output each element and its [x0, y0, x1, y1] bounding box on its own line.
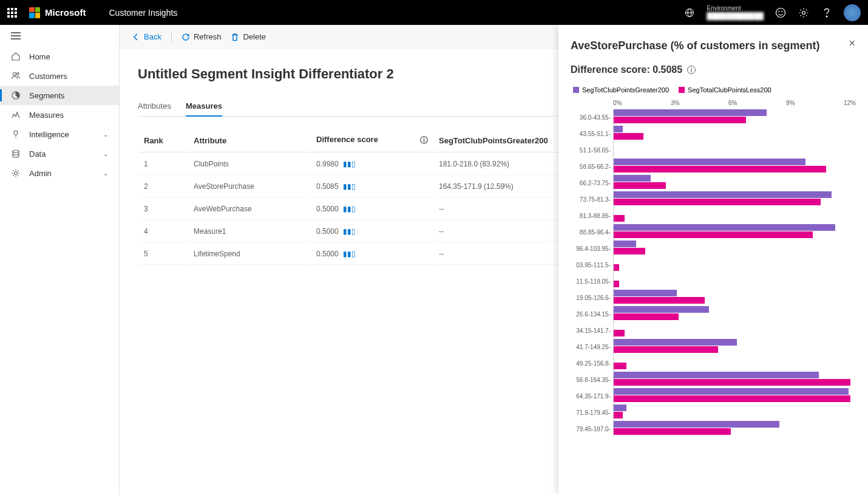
sidebar: HomeCustomersSegmentsMeasuresIntelligenc… [0, 25, 120, 495]
nav-label: Home [29, 52, 50, 61]
main-region: Back Refresh Delete Untitled Segment Ins… [120, 25, 868, 495]
delete-button[interactable]: Delete [231, 32, 266, 41]
category-label: 26.6-134.15- [571, 310, 611, 317]
category-label: 11.5-119.05- [571, 278, 611, 284]
bar-series-b[interactable] [614, 117, 746, 123]
chart-category-row: 79.45-187.0- [614, 420, 856, 437]
chart-category-row: 41.7-149.25- [614, 338, 856, 355]
environment-icon[interactable] [683, 7, 696, 19]
legend-series-a[interactable]: SegTotClubPointsGreater200 [573, 86, 669, 94]
separator [171, 31, 172, 43]
sidebar-item-admin[interactable]: Admin⌄ [0, 163, 119, 183]
category-label: 73.75-81.3- [571, 196, 611, 202]
nav-label: Measures [29, 111, 64, 120]
sidebar-item-home[interactable]: Home [0, 47, 119, 66]
x-axis-ticks: 0%3%6%9%12% [613, 100, 856, 109]
back-label: Back [144, 32, 161, 41]
bar-series-a[interactable] [614, 405, 626, 411]
bar-series-b[interactable] [614, 428, 731, 435]
back-button[interactable]: Back [132, 32, 161, 41]
category-label: 64.35-171.9- [571, 392, 611, 399]
bar-series-a[interactable] [614, 241, 636, 247]
axis-tick: 0% [613, 100, 622, 106]
nav-icon [11, 129, 21, 139]
env-label: Environment [707, 5, 764, 12]
col-diff-score[interactable]: Difference score ⓘ [311, 129, 433, 152]
bar-series-b[interactable] [614, 182, 666, 189]
sidebar-item-customers[interactable]: Customers [0, 66, 119, 86]
info-icon[interactable]: ⓘ [420, 135, 428, 146]
help-icon[interactable] [821, 7, 833, 19]
category-label: 88.85-96.4- [571, 228, 611, 235]
info-icon[interactable]: i [687, 66, 696, 74]
feedback-icon[interactable] [775, 7, 787, 19]
cell-attribute: ClubPoints [189, 154, 310, 175]
tab-attributes[interactable]: Attributes [138, 97, 171, 116]
settings-icon[interactable] [798, 7, 810, 19]
bar-series-b[interactable] [614, 412, 623, 418]
nav-label: Intelligence [29, 130, 69, 139]
user-avatar[interactable] [844, 4, 861, 21]
bar-series-b[interactable] [614, 231, 813, 238]
bar-series-b[interactable] [614, 281, 619, 287]
bar-series-b[interactable] [614, 313, 679, 320]
bar-series-a[interactable] [614, 388, 849, 395]
chart-icon[interactable]: ▮▮▯ [343, 205, 356, 213]
chart-category-row: 11.5-119.05- [614, 273, 856, 289]
bar-series-b[interactable] [614, 248, 645, 254]
bar-series-a[interactable] [614, 109, 767, 116]
bar-series-b[interactable] [614, 330, 625, 336]
bar-series-a[interactable] [614, 306, 709, 313]
difference-score: Difference score: 0.5085 i [571, 64, 856, 75]
bar-series-b[interactable] [614, 264, 619, 271]
bar-series-a[interactable] [614, 191, 832, 198]
bar-series-b[interactable] [614, 166, 826, 172]
bar-series-b[interactable] [614, 199, 821, 205]
chart-category-row: 88.85-96.4- [614, 224, 856, 240]
bar-series-b[interactable] [614, 379, 850, 386]
bar-series-a[interactable] [614, 421, 779, 428]
sidebar-item-segments[interactable]: Segments [0, 86, 119, 105]
legend-series-b[interactable]: SegTotalClubPointsLess200 [679, 86, 771, 94]
bar-series-a[interactable] [614, 159, 805, 165]
col-rank[interactable]: Rank [139, 129, 188, 152]
chart-icon[interactable]: ▮▮▯ [343, 160, 356, 168]
sidebar-item-data[interactable]: Data⌄ [0, 144, 119, 163]
bar-series-a[interactable] [614, 290, 677, 296]
refresh-button[interactable]: Refresh [181, 32, 222, 41]
chart-icon[interactable]: ▮▮▯ [343, 227, 356, 236]
ms-logo: Microsoft [29, 7, 86, 18]
bar-series-b[interactable] [614, 133, 643, 140]
svg-point-16 [15, 172, 18, 175]
chevron-down-icon: ⌄ [103, 151, 108, 157]
svg-point-15 [13, 150, 19, 152]
chart-icon[interactable]: ▮▮▯ [343, 250, 356, 258]
category-label: 66.2-73.75- [571, 179, 611, 186]
col-attribute[interactable]: Attribute [189, 129, 310, 152]
delete-label: Delete [243, 32, 266, 41]
bar-series-b[interactable] [614, 346, 718, 353]
bar-series-b[interactable] [614, 215, 625, 222]
sidebar-item-measures[interactable]: Measures [0, 105, 119, 125]
bar-series-a[interactable] [614, 339, 737, 346]
category-label: 79.45-187.0- [571, 425, 611, 432]
bar-series-a[interactable] [614, 224, 835, 231]
bar-series-b[interactable] [614, 297, 705, 304]
app-launcher-icon[interactable] [7, 8, 17, 18]
bar-series-b[interactable] [614, 395, 850, 402]
svg-point-6 [802, 11, 805, 14]
bar-series-b[interactable] [614, 363, 626, 369]
env-value: ████████████ [707, 12, 764, 20]
environment-picker[interactable]: Environment ████████████ [707, 5, 764, 20]
bar-series-a[interactable] [614, 126, 623, 132]
tab-measures[interactable]: Measures [186, 97, 222, 117]
nav-toggle-icon[interactable] [0, 25, 119, 47]
sidebar-item-intelligence[interactable]: Intelligence⌄ [0, 125, 119, 144]
chart-icon[interactable]: ▮▮▯ [343, 182, 356, 191]
close-icon[interactable]: ✕ [849, 38, 856, 48]
refresh-label: Refresh [194, 32, 222, 41]
detail-panel: ✕ AveStorePurchase (% of customers in se… [558, 25, 868, 495]
bar-series-a[interactable] [614, 175, 651, 182]
bar-series-a[interactable] [614, 372, 819, 378]
cell-attribute: AveStorePurchase [189, 176, 310, 197]
